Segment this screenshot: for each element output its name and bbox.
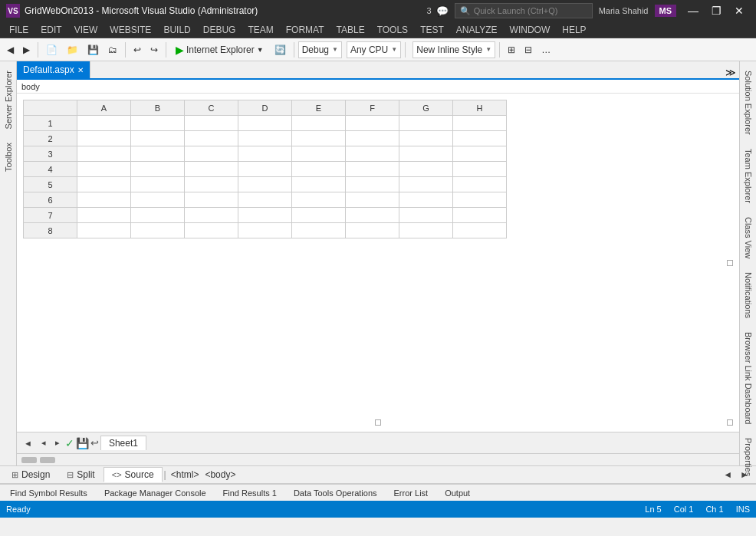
footer-tab-package-manager[interactable]: Package Manager Console	[97, 487, 213, 499]
sidebar-item-notifications[interactable]: Notifications	[741, 266, 755, 324]
cell-G7[interactable]	[399, 208, 453, 223]
cell-A3[interactable]	[77, 146, 131, 162]
footer-tab-error-list[interactable]: Error List	[387, 487, 436, 499]
tab-close-icon[interactable]: ✕	[77, 66, 84, 74]
cell-D3[interactable]	[238, 146, 292, 162]
inline-style-dropdown[interactable]: New Inline Style ▼	[413, 41, 495, 58]
cell-A5[interactable]	[77, 177, 131, 192]
cell-B6[interactable]	[131, 192, 185, 208]
menu-item-tools[interactable]: TOOLS	[371, 23, 414, 37]
sidebar-item-toolbox[interactable]: Toolbox	[2, 136, 15, 178]
cpu-dropdown[interactable]: Any CPU ▼	[347, 41, 401, 58]
cell-G1[interactable]	[399, 116, 453, 131]
cell-F3[interactable]	[346, 146, 399, 162]
cell-E1[interactable]	[292, 116, 346, 131]
cell-E4[interactable]	[292, 162, 346, 177]
tab-split[interactable]: ⊟ Split	[58, 467, 103, 482]
tab-expand-icon[interactable]: ≫	[725, 67, 736, 78]
cell-E2[interactable]	[292, 131, 346, 146]
tab-source[interactable]: <> Source	[104, 467, 163, 482]
cell-H5[interactable]	[453, 177, 507, 192]
cell-B5[interactable]	[131, 177, 185, 192]
cell-B7[interactable]	[131, 208, 185, 223]
cell-F4[interactable]	[346, 162, 399, 177]
cell-G6[interactable]	[399, 192, 453, 208]
sheet-save-icon[interactable]: 💾	[76, 437, 89, 449]
minimize-button[interactable]: —	[682, 3, 704, 18]
cell-B8[interactable]	[131, 223, 185, 238]
maximize-button[interactable]: ❐	[705, 3, 727, 18]
cell-H2[interactable]	[453, 131, 507, 146]
sidebar-item-solution-explorer[interactable]: Solution Explorer	[741, 64, 755, 141]
h-scroll-left-btn[interactable]	[21, 457, 37, 463]
footer-tab-find-results[interactable]: Find Results 1	[216, 487, 284, 499]
cell-A1[interactable]	[77, 116, 131, 131]
menu-item-debug[interactable]: DEBUG	[197, 23, 242, 37]
new-file-button[interactable]: 📄	[42, 41, 61, 59]
menu-item-format[interactable]: FORMAT	[280, 23, 330, 37]
cell-B4[interactable]	[131, 162, 185, 177]
undo-button[interactable]: ↩	[130, 41, 145, 59]
cell-C1[interactable]	[185, 116, 238, 131]
footer-tab-find-symbol[interactable]: Find Symbol Results	[3, 487, 94, 499]
cell-F6[interactable]	[346, 192, 399, 208]
sidebar-item-browser-link[interactable]: Browser Link Dashboard	[741, 326, 755, 430]
menu-item-file[interactable]: FILE	[3, 23, 35, 37]
quick-launch-box[interactable]: 🔍 Quick Launch (Ctrl+Q)	[455, 3, 593, 18]
tab-default-aspx[interactable]: Default.aspx ✕	[17, 61, 90, 78]
cell-D4[interactable]	[238, 162, 292, 177]
debug-mode-dropdown[interactable]: Debug ▼	[298, 41, 342, 58]
save-all-button[interactable]: 🗂	[104, 41, 121, 59]
menu-item-website[interactable]: WEBSITE	[104, 23, 157, 37]
cell-G5[interactable]	[399, 177, 453, 192]
cell-C6[interactable]	[185, 192, 238, 208]
cell-H4[interactable]	[453, 162, 507, 177]
menu-item-analyze[interactable]: ANALYZE	[450, 23, 504, 37]
cell-G2[interactable]	[399, 131, 453, 146]
cell-A7[interactable]	[77, 208, 131, 223]
cell-H1[interactable]	[453, 116, 507, 131]
cell-H3[interactable]	[453, 146, 507, 162]
footer-tab-data-tools[interactable]: Data Tools Operations	[287, 487, 384, 499]
cell-F5[interactable]	[346, 177, 399, 192]
cell-E3[interactable]	[292, 146, 346, 162]
cell-E8[interactable]	[292, 223, 346, 238]
sidebar-item-server-explorer[interactable]: Server Explorer	[2, 64, 15, 135]
sheet-nav-next[interactable]: ▸	[51, 436, 64, 450]
extra-tb-btn-2[interactable]: ⊟	[521, 41, 536, 59]
sidebar-item-team-explorer[interactable]: Team Explorer	[741, 143, 755, 209]
bottom-scroll-right[interactable]: ►	[736, 468, 753, 482]
cell-B3[interactable]	[131, 146, 185, 162]
footer-tab-output[interactable]: Output	[438, 487, 477, 499]
cell-D6[interactable]	[238, 192, 292, 208]
resize-handle-right[interactable]	[727, 260, 733, 266]
save-button[interactable]: 💾	[84, 41, 103, 59]
h-scroll-right-btn[interactable]	[40, 457, 55, 463]
cell-G4[interactable]	[399, 162, 453, 177]
cell-G8[interactable]	[399, 223, 453, 238]
menu-item-help[interactable]: HELP	[556, 23, 592, 37]
cell-D5[interactable]	[238, 177, 292, 192]
cell-F8[interactable]	[346, 223, 399, 238]
back-button[interactable]: ◀	[3, 41, 18, 59]
resize-handle-br[interactable]	[727, 419, 733, 426]
forward-button[interactable]: ▶	[19, 41, 34, 59]
menu-item-window[interactable]: WINDOW	[504, 23, 557, 37]
chat-icon[interactable]: 💬	[436, 5, 449, 17]
grid-container[interactable]: A B C D E F G H 12345678	[17, 94, 739, 432]
run-button[interactable]: ▶ Internet Explorer ▼	[170, 41, 269, 59]
h-scrollbar[interactable]	[17, 453, 739, 465]
redo-button[interactable]: ↪	[146, 41, 162, 59]
menu-item-build[interactable]: BUILD	[157, 23, 196, 37]
menu-item-team[interactable]: TEAM	[242, 23, 279, 37]
cell-D7[interactable]	[238, 208, 292, 223]
cell-A4[interactable]	[77, 162, 131, 177]
menu-item-test[interactable]: TEST	[414, 23, 450, 37]
cell-H8[interactable]	[453, 223, 507, 238]
sidebar-item-class-view[interactable]: Class View	[741, 211, 755, 265]
open-file-button[interactable]: 📁	[63, 41, 82, 59]
cell-C7[interactable]	[185, 208, 238, 223]
resize-handle-bottom[interactable]	[375, 419, 381, 426]
cell-B2[interactable]	[131, 131, 185, 146]
cell-D2[interactable]	[238, 131, 292, 146]
